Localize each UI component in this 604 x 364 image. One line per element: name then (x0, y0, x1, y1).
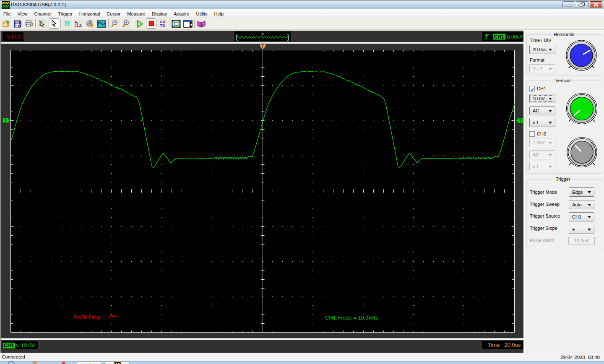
svg-text:1: 1 (4, 118, 7, 123)
svg-text:CH1:Frequ = 10.3kHz: CH1:Frequ = 10.3kHz (325, 315, 378, 321)
svg-text:MATH:Frequ = *****: MATH:Frequ = ***** (73, 315, 117, 320)
svg-text:?: ? (202, 22, 204, 26)
svg-text:T: T (261, 44, 264, 49)
svg-text:T: T (519, 118, 522, 123)
